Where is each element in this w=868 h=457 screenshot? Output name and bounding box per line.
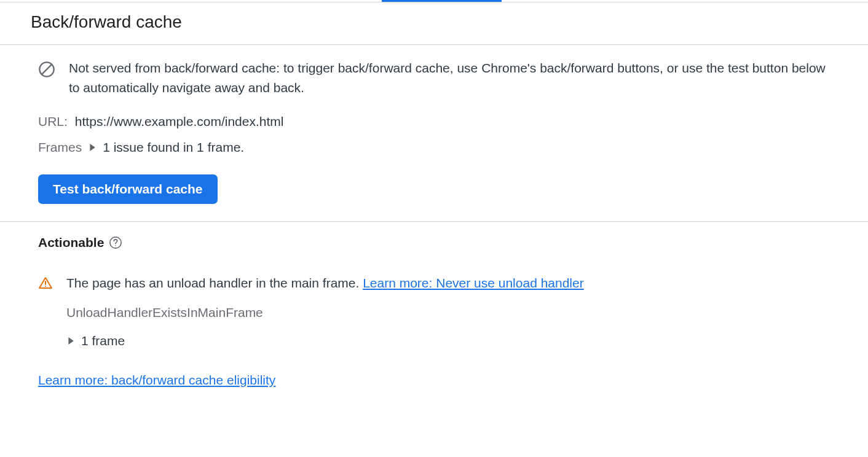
issue-message: The page has an unload handler in the ma… [66, 276, 363, 290]
svg-point-6 [45, 286, 46, 287]
url-label: URL: [38, 114, 68, 129]
panel-title: Back/forward cache [31, 12, 837, 32]
main-section: Not served from back/forward cache: to t… [0, 45, 868, 221]
issue-reason-code: UnloadHandlerExistsInMainFrame [66, 305, 830, 320]
expand-right-icon[interactable] [88, 143, 97, 152]
svg-marker-2 [90, 144, 95, 151]
panel-header: Back/forward cache [0, 2, 868, 44]
frames-summary: 1 issue found in 1 frame. [103, 140, 244, 155]
issue-learn-more-link[interactable]: Learn more: Never use unload handler [363, 276, 584, 290]
actionable-header: Actionable [38, 235, 830, 250]
frames-label: Frames [38, 140, 82, 155]
frames-row[interactable]: Frames 1 issue found in 1 frame. [38, 140, 830, 155]
status-message: Not served from back/forward cache: to t… [69, 58, 830, 97]
status-row: Not served from back/forward cache: to t… [38, 58, 830, 97]
warning-icon [38, 276, 53, 291]
not-cached-icon [38, 61, 55, 78]
footer-learn-more: Learn more: back/forward cache eligibili… [38, 373, 830, 388]
test-bfcache-button[interactable]: Test back/forward cache [38, 174, 218, 204]
issue-text: The page has an unload handler in the ma… [66, 276, 584, 291]
actionable-title: Actionable [38, 235, 104, 250]
bfcache-eligibility-link[interactable]: Learn more: back/forward cache eligibili… [38, 373, 275, 387]
help-icon[interactable] [109, 236, 122, 249]
issue-row: The page has an unload handler in the ma… [38, 276, 830, 291]
svg-marker-7 [68, 337, 73, 345]
url-value: https://www.example.com/index.html [75, 114, 284, 129]
actionable-section: Actionable The page has an unload handle… [0, 222, 868, 406]
svg-line-1 [42, 64, 52, 74]
expand-right-icon[interactable] [66, 337, 75, 345]
frame-count: 1 frame [81, 334, 125, 348]
frame-count-row[interactable]: 1 frame [66, 334, 830, 348]
url-row: URL: https://www.example.com/index.html [38, 114, 830, 129]
svg-point-4 [116, 245, 117, 246]
